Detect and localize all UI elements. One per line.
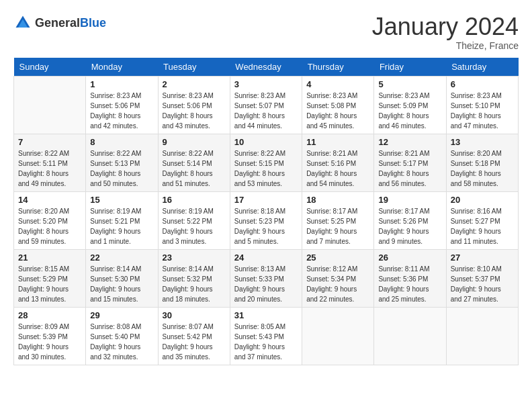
calendar-cell: 18Sunrise: 8:17 AM Sunset: 5:25 PM Dayli… — [302, 191, 374, 249]
day-number: 24 — [234, 253, 298, 263]
calendar-cell: 28Sunrise: 8:09 AM Sunset: 5:39 PM Dayli… — [14, 307, 86, 365]
day-header-thursday: Thursday — [302, 58, 374, 77]
logo: GeneralBlue — [13, 13, 106, 32]
day-info: Sunrise: 8:12 AM Sunset: 5:34 PM Dayligh… — [306, 264, 369, 304]
calendar-cell — [446, 307, 518, 365]
day-info: Sunrise: 8:18 AM Sunset: 5:23 PM Dayligh… — [234, 206, 298, 246]
day-info: Sunrise: 8:19 AM Sunset: 5:22 PM Dayligh… — [163, 206, 226, 246]
day-info: Sunrise: 8:23 AM Sunset: 5:06 PM Dayligh… — [163, 91, 226, 131]
calendar-cell: 22Sunrise: 8:14 AM Sunset: 5:30 PM Dayli… — [86, 249, 158, 307]
day-info: Sunrise: 8:21 AM Sunset: 5:17 PM Dayligh… — [378, 148, 441, 189]
week-row-4: 21Sunrise: 8:15 AM Sunset: 5:29 PM Dayli… — [14, 249, 519, 307]
logo-general-text: General — [35, 16, 80, 30]
calendar-cell: 9Sunrise: 8:22 AM Sunset: 5:14 PM Daylig… — [158, 134, 230, 191]
day-info: Sunrise: 8:20 AM Sunset: 5:20 PM Dayligh… — [18, 206, 81, 246]
day-number: 18 — [306, 195, 369, 205]
calendar-cell — [302, 307, 374, 365]
day-number: 17 — [234, 195, 298, 205]
calendar-cell — [14, 76, 86, 134]
day-number: 2 — [163, 79, 226, 89]
day-number: 31 — [234, 310, 298, 320]
calendar-cell: 31Sunrise: 8:05 AM Sunset: 5:43 PM Dayli… — [230, 307, 302, 365]
day-number: 22 — [90, 253, 153, 263]
day-header-monday: Monday — [86, 58, 158, 77]
calendar-cell: 2Sunrise: 8:23 AM Sunset: 5:06 PM Daylig… — [158, 76, 230, 134]
week-row-1: 1Sunrise: 8:23 AM Sunset: 5:06 PM Daylig… — [14, 76, 519, 134]
day-info: Sunrise: 8:23 AM Sunset: 5:06 PM Dayligh… — [90, 91, 153, 131]
calendar-cell — [374, 307, 446, 365]
day-info: Sunrise: 8:14 AM Sunset: 5:32 PM Dayligh… — [163, 264, 226, 304]
calendar-cell: 30Sunrise: 8:07 AM Sunset: 5:42 PM Dayli… — [158, 307, 230, 365]
day-number: 8 — [90, 137, 153, 147]
calendar-cell: 15Sunrise: 8:19 AM Sunset: 5:21 PM Dayli… — [86, 191, 158, 249]
day-header-wednesday: Wednesday — [230, 58, 302, 77]
day-number: 29 — [90, 310, 153, 320]
day-info: Sunrise: 8:13 AM Sunset: 5:33 PM Dayligh… — [234, 264, 298, 304]
day-info: Sunrise: 8:22 AM Sunset: 5:11 PM Dayligh… — [18, 148, 81, 189]
calendar-cell: 7Sunrise: 8:22 AM Sunset: 5:11 PM Daylig… — [14, 134, 86, 191]
day-info: Sunrise: 8:08 AM Sunset: 5:40 PM Dayligh… — [90, 322, 153, 362]
calendar-cell: 8Sunrise: 8:22 AM Sunset: 5:13 PM Daylig… — [86, 134, 158, 191]
day-header-saturday: Saturday — [446, 58, 518, 77]
day-number: 27 — [451, 253, 514, 263]
day-info: Sunrise: 8:23 AM Sunset: 5:09 PM Dayligh… — [378, 91, 441, 131]
day-header-sunday: Sunday — [14, 58, 86, 77]
day-number: 11 — [306, 137, 369, 147]
day-info: Sunrise: 8:09 AM Sunset: 5:39 PM Dayligh… — [18, 322, 81, 362]
calendar-cell: 4Sunrise: 8:23 AM Sunset: 5:08 PM Daylig… — [302, 76, 374, 134]
day-number: 15 — [90, 195, 153, 205]
day-info: Sunrise: 8:15 AM Sunset: 5:29 PM Dayligh… — [18, 264, 81, 304]
day-info: Sunrise: 8:22 AM Sunset: 5:15 PM Dayligh… — [234, 148, 298, 189]
calendar-cell: 20Sunrise: 8:16 AM Sunset: 5:27 PM Dayli… — [446, 191, 518, 249]
calendar-cell: 25Sunrise: 8:12 AM Sunset: 5:34 PM Dayli… — [302, 249, 374, 307]
day-number: 19 — [378, 195, 441, 205]
day-header-friday: Friday — [374, 58, 446, 77]
day-number: 4 — [306, 79, 369, 89]
week-row-3: 14Sunrise: 8:20 AM Sunset: 5:20 PM Dayli… — [14, 191, 519, 249]
day-info: Sunrise: 8:19 AM Sunset: 5:21 PM Dayligh… — [90, 206, 153, 246]
day-info: Sunrise: 8:14 AM Sunset: 5:30 PM Dayligh… — [90, 264, 153, 304]
day-number: 9 — [163, 137, 226, 147]
day-info: Sunrise: 8:22 AM Sunset: 5:14 PM Dayligh… — [163, 148, 226, 189]
day-number: 30 — [163, 310, 226, 320]
day-number: 23 — [163, 253, 226, 263]
day-number: 16 — [163, 195, 226, 205]
calendar-cell: 27Sunrise: 8:10 AM Sunset: 5:37 PM Dayli… — [446, 249, 518, 307]
day-number: 3 — [234, 79, 298, 89]
day-info: Sunrise: 8:23 AM Sunset: 5:07 PM Dayligh… — [234, 91, 298, 131]
day-number: 10 — [234, 137, 298, 147]
day-number: 6 — [451, 79, 514, 89]
day-number: 13 — [451, 137, 514, 147]
day-info: Sunrise: 8:20 AM Sunset: 5:18 PM Dayligh… — [451, 148, 514, 189]
day-header-tuesday: Tuesday — [158, 58, 230, 77]
day-info: Sunrise: 8:17 AM Sunset: 5:25 PM Dayligh… — [306, 206, 369, 246]
day-info: Sunrise: 8:23 AM Sunset: 5:10 PM Dayligh… — [451, 91, 514, 131]
day-number: 5 — [378, 79, 441, 89]
day-info: Sunrise: 8:22 AM Sunset: 5:13 PM Dayligh… — [90, 148, 153, 189]
day-number: 26 — [378, 253, 441, 263]
calendar-cell: 23Sunrise: 8:14 AM Sunset: 5:32 PM Dayli… — [158, 249, 230, 307]
header-row: SundayMondayTuesdayWednesdayThursdayFrid… — [14, 58, 519, 77]
day-info: Sunrise: 8:17 AM Sunset: 5:26 PM Dayligh… — [378, 206, 441, 246]
calendar-cell: 29Sunrise: 8:08 AM Sunset: 5:40 PM Dayli… — [86, 307, 158, 365]
logo-icon — [13, 13, 32, 32]
calendar-cell: 24Sunrise: 8:13 AM Sunset: 5:33 PM Dayli… — [230, 249, 302, 307]
calendar-cell: 16Sunrise: 8:19 AM Sunset: 5:22 PM Dayli… — [158, 191, 230, 249]
calendar-cell: 11Sunrise: 8:21 AM Sunset: 5:16 PM Dayli… — [302, 134, 374, 191]
calendar-cell: 1Sunrise: 8:23 AM Sunset: 5:06 PM Daylig… — [86, 76, 158, 134]
day-number: 28 — [18, 310, 81, 320]
calendar-cell: 5Sunrise: 8:23 AM Sunset: 5:09 PM Daylig… — [374, 76, 446, 134]
day-info: Sunrise: 8:21 AM Sunset: 5:16 PM Dayligh… — [306, 148, 369, 189]
calendar-table: SundayMondayTuesdayWednesdayThursdayFrid… — [13, 58, 519, 365]
calendar-cell: 10Sunrise: 8:22 AM Sunset: 5:15 PM Dayli… — [230, 134, 302, 191]
calendar-cell: 19Sunrise: 8:17 AM Sunset: 5:26 PM Dayli… — [374, 191, 446, 249]
day-info: Sunrise: 8:11 AM Sunset: 5:36 PM Dayligh… — [378, 264, 441, 304]
month-title: January 2024 — [372, 13, 519, 40]
day-number: 12 — [378, 137, 441, 147]
day-number: 1 — [90, 79, 153, 89]
day-info: Sunrise: 8:07 AM Sunset: 5:42 PM Dayligh… — [163, 322, 226, 362]
day-number: 20 — [451, 195, 514, 205]
location-text: Theize, France — [372, 40, 519, 51]
week-row-2: 7Sunrise: 8:22 AM Sunset: 5:11 PM Daylig… — [14, 134, 519, 191]
calendar-cell: 17Sunrise: 8:18 AM Sunset: 5:23 PM Dayli… — [230, 191, 302, 249]
